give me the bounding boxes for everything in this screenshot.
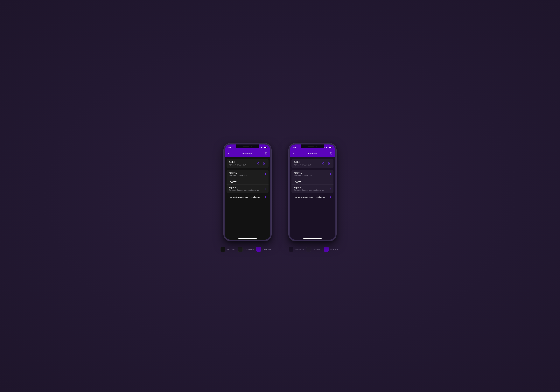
intercom-settings-row[interactable]: Настройка звонков с домофонов [291, 195, 333, 199]
access-code-value: 47858 [229, 161, 255, 163]
svg-rect-5 [332, 147, 332, 148]
access-code-row: 47858 Истекает 20.09 в 15:04 [227, 159, 269, 168]
intercom-settings-row[interactable]: Настройка звонков с домофонов [227, 195, 269, 199]
nav-title: Домофоны [225, 152, 270, 155]
chevron-right-icon [330, 173, 331, 175]
status-indicators [258, 147, 267, 148]
nav-bar: Домофоны [290, 151, 335, 157]
chevron-right-icon [330, 188, 331, 190]
palette-purple: #1A1125 #261D32 #5B04BC [289, 247, 340, 252]
chevron-right-icon [265, 188, 266, 190]
svg-rect-1 [264, 147, 266, 148]
status-indicators [323, 147, 332, 148]
color-swatch [238, 247, 243, 252]
entry-subtitle: Выход на Октябрьскую [294, 174, 329, 176]
phone-variant-neutral: 9:41 Домофоны [223, 143, 272, 241]
share-button[interactable] [321, 161, 326, 166]
swatch-item: #121212 [220, 247, 235, 252]
nav-bar: Домофоны [225, 151, 270, 157]
access-code-info: 47858 Истекает 20.09 в 15:04 [294, 161, 320, 166]
entry-row-entrance[interactable]: Подъезд [291, 178, 333, 184]
access-code-expiry: Истекает 20.09 в 15:04 [229, 164, 255, 166]
screen-content: 47858 Истекает 20.09 в 15:04 [225, 157, 270, 201]
nav-title: Домофоны [290, 152, 335, 155]
entries-card: Калитка Выход на Октябрьскую Подъезд [227, 170, 269, 193]
svg-rect-2 [267, 147, 267, 148]
settings-label: Настройка звонков с домофонов [229, 196, 264, 198]
device-notch [236, 144, 260, 148]
phone-screen: 9:41 Домофоны [225, 144, 270, 240]
entry-subtitle: Выход на Садовническую набережную [294, 189, 329, 191]
entry-title: Ворота [294, 186, 329, 189]
device-notch [300, 144, 324, 148]
entry-row-gate[interactable]: Ворота Выход на Садовническую набережную [227, 184, 269, 193]
color-swatch [256, 247, 261, 252]
entry-subtitle: Выход на Садовническую набережную [229, 189, 264, 191]
delete-button[interactable] [261, 161, 266, 166]
home-indicator[interactable] [239, 238, 257, 239]
entry-row-wicket[interactable]: Калитка Выход на Октябрьскую [227, 170, 269, 178]
swatch-item: #1A1125 [289, 247, 304, 252]
swatch-item: #261D32 [306, 247, 321, 252]
access-code-value: 47858 [294, 161, 320, 163]
swatch-item: #1D1D1D [238, 247, 254, 252]
palette-neutral: #121212 #1D1D1D #5B04BC [220, 247, 272, 252]
swatch-item: #5B04BC [256, 247, 272, 252]
access-code-card: 47858 Истекает 20.09 в 15:04 [227, 159, 269, 168]
phone-variant-purple: 9:41 Домофоны [288, 143, 337, 241]
entry-title: Калитка [229, 172, 264, 174]
chevron-right-icon [265, 196, 266, 198]
access-code-row: 47858 Истекает 20.09 в 15:04 [291, 159, 333, 168]
phone-frame: 9:41 Домофоны [223, 143, 272, 241]
entry-row-gate[interactable]: Ворота Выход на Садовническую набережную [291, 184, 333, 193]
entry-row-wicket[interactable]: Калитка Выход на Октябрьскую [291, 170, 333, 178]
settings-label: Настройка звонков с домофонов [294, 196, 329, 198]
swatch-label: #5B04BC [330, 248, 340, 251]
wifi-icon [261, 147, 263, 148]
chevron-right-icon [265, 173, 266, 175]
entry-title: Подъезд [294, 180, 329, 182]
entry-title: Калитка [294, 172, 329, 174]
swatch-label: #121212 [227, 248, 235, 251]
swatch-label: #261D32 [312, 248, 321, 251]
entries-card: Калитка Выход на Октябрьскую Подъезд [291, 170, 333, 193]
chevron-right-icon [330, 196, 331, 198]
status-time: 9:41 [229, 146, 232, 149]
battery-icon [264, 147, 267, 148]
chevron-right-icon [330, 181, 331, 182]
color-swatch [220, 247, 225, 252]
battery-icon [329, 147, 332, 148]
swatch-label: #1D1D1D [244, 248, 254, 251]
swatch-item: #5B04BC [324, 247, 340, 252]
entry-title: Ворота [229, 186, 264, 189]
color-swatch [289, 247, 293, 252]
swatch-label: #1A1125 [295, 248, 304, 251]
entry-subtitle: Выход на Октябрьскую [229, 174, 264, 176]
chevron-right-icon [265, 181, 266, 182]
access-code-expiry: Истекает 20.09 в 15:04 [294, 164, 320, 166]
color-swatch [324, 247, 329, 252]
color-palettes: #121212 #1D1D1D #5B04BC #1A1125 #261D32 … [203, 247, 357, 252]
access-code-info: 47858 Истекает 20.09 в 15:04 [229, 161, 255, 166]
screen-content: 47858 Истекает 20.09 в 15:04 [290, 157, 335, 201]
home-indicator[interactable] [303, 238, 321, 239]
entry-title: Подъезд [229, 180, 264, 182]
color-swatch [306, 247, 311, 252]
share-button[interactable] [256, 161, 261, 166]
phone-frame: 9:41 Домофоны [288, 143, 337, 241]
phone-screen: 9:41 Домофоны [290, 144, 335, 240]
swatch-label: #5B04BC [262, 248, 272, 251]
status-time: 9:41 [293, 146, 297, 149]
access-code-card: 47858 Истекает 20.09 в 15:04 [291, 159, 333, 168]
delete-button[interactable] [327, 161, 331, 166]
mockup-stage: 9:41 Домофоны [223, 143, 337, 241]
entry-row-entrance[interactable]: Подъезд [227, 178, 269, 184]
wifi-icon [326, 147, 328, 148]
svg-rect-4 [329, 147, 331, 148]
